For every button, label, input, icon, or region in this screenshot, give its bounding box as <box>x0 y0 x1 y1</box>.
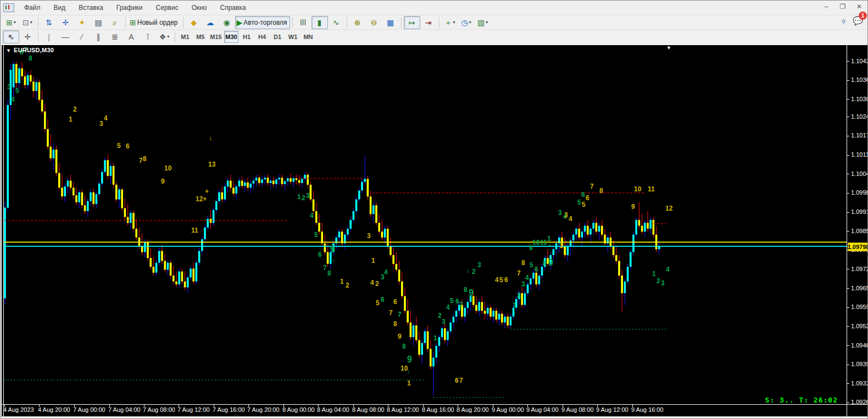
periods-button[interactable]: ◷▾ <box>458 16 475 29</box>
minimize-button[interactable]: – <box>820 2 832 12</box>
candle-body <box>215 201 218 210</box>
candle-body <box>301 179 303 183</box>
new-order-button[interactable]: ⊞Новый ордер <box>128 16 181 29</box>
chevron-down-icon[interactable]: ▾ <box>30 20 32 25</box>
timeframe-h4-button[interactable]: H4 <box>255 31 269 43</box>
chevron-down-icon[interactable]: ▾ <box>469 20 471 25</box>
chevron-down-icon[interactable]: ▾ <box>167 34 169 39</box>
navigator-button[interactable]: ✦ <box>74 16 90 29</box>
new-chart-button[interactable]: ⊞▾ <box>3 16 19 29</box>
zoom-out-button[interactable]: ⊖ <box>366 16 382 29</box>
toolbar-separator <box>38 17 38 28</box>
timeframe-m30-button[interactable]: M30 <box>224 31 238 43</box>
menu-charts[interactable]: Графики <box>110 2 149 14</box>
fibonacci-tool-button[interactable]: ≣ <box>107 30 123 43</box>
chevron-down-icon[interactable]: ▾ <box>14 20 16 25</box>
notifications-icon[interactable]: 💬1 <box>853 16 863 26</box>
timeframe-w1-button[interactable]: W1 <box>286 31 300 43</box>
indicators-button[interactable]: ＋▾ <box>442 16 458 29</box>
candle-body <box>530 279 532 285</box>
timeframe-mn-button[interactable]: MN <box>301 31 315 43</box>
menu-file[interactable]: Файл <box>18 2 47 14</box>
candle-body <box>270 181 272 183</box>
line-chart-mode-button[interactable]: ∿ <box>328 16 344 29</box>
timeframe-m15-button[interactable]: M15 <box>209 31 223 43</box>
menu-view[interactable]: Вид <box>47 2 73 14</box>
data-window-button[interactable]: ✛ <box>57 16 74 29</box>
shapes-tool-button[interactable]: ❖▾ <box>156 30 173 43</box>
menu-window[interactable]: Окно <box>185 2 214 14</box>
market-watch-button[interactable]: ⇅ <box>41 16 57 29</box>
vertical-line-tool-button[interactable]: ｜ <box>41 30 57 43</box>
toolbar-separator <box>175 31 175 42</box>
profiles-button[interactable]: ⊡▾ <box>19 16 36 29</box>
timeframe-m1-button[interactable]: M1 <box>178 31 192 43</box>
count-annotation: 5 <box>499 276 503 284</box>
price-axis-label: 1.09590 <box>851 304 868 310</box>
menu-insert[interactable]: Вставка <box>72 2 110 14</box>
drawing-toolbar: ⇖✛｜—∕∥≣A⊺❖▾M1M5M15M30H1H4D1W1MN <box>1 29 867 43</box>
candle-body <box>118 190 120 200</box>
shapes-tool-icon: ❖ <box>159 33 166 41</box>
candle-body <box>592 223 594 229</box>
terminal-button[interactable]: ▤ <box>90 16 107 29</box>
restore-button[interactable]: ❐ <box>837 2 849 12</box>
tile-windows-button[interactable]: ▦ <box>382 16 399 29</box>
time-axis-label: 8 Aug 08:00 <box>352 406 385 413</box>
menu-service[interactable]: Сервис <box>149 2 185 14</box>
trendline-tool-button[interactable]: ∕ <box>74 30 90 43</box>
count-annotation: 1 <box>297 193 301 201</box>
candle-body <box>124 208 126 217</box>
chart-shift-marker-icon[interactable]: ▼ <box>666 45 671 51</box>
candle-body <box>107 160 109 176</box>
signals-button[interactable]: ◉ <box>219 16 235 29</box>
chart-plot-area[interactable]: 3245678123456789101112++13↓123456789↑123… <box>4 46 847 404</box>
candle-body <box>390 246 392 255</box>
collapse-triangle-icon[interactable]: ▼ <box>6 48 11 53</box>
candle-body <box>284 181 286 184</box>
menu-help[interactable]: Справка <box>214 2 253 14</box>
price-tick <box>847 174 849 174</box>
zoom-in-button[interactable]: ⊕ <box>349 16 366 29</box>
channel-tool-button[interactable]: ∥ <box>90 30 107 43</box>
bar-chart-mode-icon: ǀǀǀ <box>300 19 306 26</box>
candle-body <box>527 284 529 293</box>
line-chart-mode-icon: ∿ <box>333 19 340 26</box>
label-tool-button[interactable]: ⊺ <box>140 30 156 43</box>
candle-body <box>427 332 429 349</box>
chart-shift-button[interactable]: ⇥ <box>420 16 437 29</box>
autotrading-button[interactable]: ▶Авто-торговля <box>235 16 290 29</box>
cursor-tool-icon: ⇖ <box>8 33 14 41</box>
auto-scroll-button[interactable]: ↦ <box>404 16 420 29</box>
candle-body <box>18 68 20 83</box>
count-annotation: 1 <box>340 278 344 285</box>
count-annotation: 9 <box>407 355 412 364</box>
bar-chart-mode-button[interactable]: ǀǀǀ <box>295 16 311 29</box>
templates-button[interactable]: ▧▾ <box>475 16 491 29</box>
horizontal-line-tool-button[interactable]: — <box>57 30 74 43</box>
candle-chart-mode-button[interactable]: ▮ <box>311 16 328 29</box>
standard-toolbar: ⊞▾⊡▾⇅✛✦▤⌕⊞Новый ордер◆☁◉▶Авто-торговляǀǀ… <box>1 15 867 29</box>
count-annotation: ↑ <box>332 257 335 265</box>
wallet-button[interactable]: ◆ <box>186 16 202 29</box>
strategy-tester-button[interactable]: ⌕ <box>107 16 123 29</box>
new-order-icon: ⊞ <box>130 19 136 26</box>
candle-body <box>324 244 326 252</box>
symbol-label[interactable]: ▼EURUSD,M30 <box>6 47 54 53</box>
count-annotation: 2 <box>656 277 660 285</box>
candle-body <box>30 75 32 82</box>
timeframe-m5-button[interactable]: M5 <box>193 31 208 43</box>
candle-body <box>70 181 72 188</box>
cursor-tool-button[interactable]: ⇖ <box>3 30 19 43</box>
timeframe-h1-button[interactable]: H1 <box>240 31 254 43</box>
chevron-down-icon[interactable]: ▾ <box>453 20 455 25</box>
candle-body <box>281 178 283 184</box>
crosshair-tool-button[interactable]: ✛ <box>19 30 36 43</box>
text-tool-button[interactable]: A <box>123 30 140 43</box>
timeframe-d1-button[interactable]: D1 <box>270 31 285 43</box>
count-annotation: 3 <box>306 192 310 200</box>
chevron-down-icon[interactable]: ▾ <box>486 20 488 25</box>
candle-body <box>647 223 649 229</box>
close-button[interactable]: ✕ <box>853 2 865 12</box>
community-button[interactable]: ☁ <box>202 16 219 29</box>
